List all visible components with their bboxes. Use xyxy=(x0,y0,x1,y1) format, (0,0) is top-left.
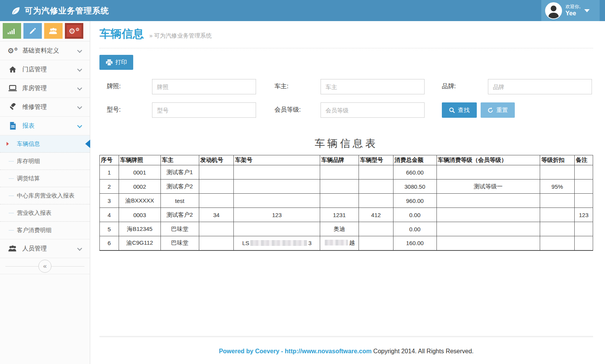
sidebar-collapse-row: « xyxy=(0,258,90,274)
print-button[interactable]: 打印 xyxy=(99,55,133,70)
search-button-label: 查找 xyxy=(458,107,469,114)
submenu-item-revenue-report[interactable]: 营业收入报表 xyxy=(0,204,90,222)
submenu-item-label: 客户消费明细 xyxy=(17,227,51,234)
submenu-item-stock-detail[interactable]: 库存明细 xyxy=(0,153,90,170)
pencil-icon xyxy=(29,27,36,35)
report-table: 序号车辆牌照车主发动机号车架号车辆品牌车辆型号消费总金额车辆消费等级（会员等级）… xyxy=(99,155,593,251)
table-cell: 412 xyxy=(359,208,393,222)
member-level-label: 会员等级: xyxy=(274,102,321,118)
laptop-icon xyxy=(8,85,18,92)
app-brand: 可为汽修业务管理系统 xyxy=(0,5,109,16)
chevron-down-icon xyxy=(77,104,82,109)
users-icon xyxy=(49,28,58,35)
submenu-item-transfer-settlement[interactable]: 调货结算 xyxy=(0,170,90,187)
table-cell xyxy=(540,194,575,208)
column-header: 发动机号 xyxy=(199,155,234,165)
submenu-item-customer-consumption[interactable]: 客户消费明细 xyxy=(0,222,90,239)
table-cell: 123 xyxy=(574,208,593,222)
filter-model: 型号: xyxy=(107,102,256,118)
column-header: 车主 xyxy=(160,155,199,165)
sidebar-item-label: 门店管理 xyxy=(22,66,47,74)
sidebar-item-repairs[interactable]: 维修管理 xyxy=(0,98,90,117)
filter-row: 牌照: 车主: 品牌: xyxy=(107,79,593,94)
table-row: 6渝C9G112巴味堂LS3越160.00 xyxy=(100,236,593,250)
table-cell: LS3 xyxy=(234,236,320,250)
table-cell xyxy=(199,165,234,180)
column-header: 车辆消费等级（会员等级） xyxy=(436,155,540,165)
submenu-item-central-warehouse-revenue[interactable]: 中心库房营业收入报表 xyxy=(0,187,90,204)
sidebar-item-label: 报表 xyxy=(22,122,35,130)
table-cell: 2 xyxy=(100,180,119,194)
collapse-icon: « xyxy=(43,262,46,270)
quick-edit-button[interactable] xyxy=(23,23,42,39)
active-item-flag-icon xyxy=(85,140,90,148)
sidebar-item-label: 维修管理 xyxy=(22,103,47,111)
filter-actions: 查找 重置 xyxy=(442,102,515,118)
table-cell xyxy=(320,165,359,180)
sidebar-item-stores[interactable]: 门店管理 xyxy=(0,60,90,79)
chevron-down-icon xyxy=(77,123,82,128)
table-cell xyxy=(199,222,234,236)
reset-button[interactable]: 重置 xyxy=(481,102,515,118)
chevron-down-icon xyxy=(77,86,82,91)
brand-input[interactable] xyxy=(488,79,592,94)
reset-button-label: 重置 xyxy=(496,107,508,114)
top-navbar: 可为汽修业务管理系统 欢迎你, Yee xyxy=(0,0,605,21)
table-cell: 123 xyxy=(234,208,320,222)
table-row: 40003测试客户23412312314120.00123 xyxy=(100,208,593,222)
avatar xyxy=(545,2,562,19)
table-row: 10001测试客户1660.00 xyxy=(100,165,593,180)
table-header-row: 序号车辆牌照车主发动机号车架号车辆品牌车辆型号消费总金额车辆消费等级（会员等级）… xyxy=(100,155,593,165)
table-cell: 越 xyxy=(320,236,359,250)
users-icon xyxy=(8,245,18,252)
table-cell xyxy=(540,236,575,250)
sidebar-item-warehouse[interactable]: 库房管理 xyxy=(0,79,90,98)
filter-member-level: 会员等级: xyxy=(274,102,425,118)
model-input[interactable] xyxy=(152,102,256,118)
table-cell: 测试等级一 xyxy=(436,180,540,194)
table-cell xyxy=(199,194,234,208)
page-title: 车辆信息 xyxy=(99,26,144,42)
table-cell: 660.00 xyxy=(393,165,436,180)
sidebar: ⚙⚙ ⚙⚙ 基础资料定义 门店管理 库房管理 xyxy=(0,21,90,364)
table-cell xyxy=(574,180,593,194)
welcome-label: 欢迎你, xyxy=(565,4,580,10)
table-cell xyxy=(359,165,393,180)
table-cell: test xyxy=(160,194,199,208)
submenu-item-vehicle-info[interactable]: 车辆信息 xyxy=(0,135,90,153)
table-cell: 6 xyxy=(100,236,119,250)
printer-icon xyxy=(106,59,112,66)
table-cell: 0.00 xyxy=(393,222,436,236)
table-cell: 3080.50 xyxy=(393,180,436,194)
table-cell xyxy=(436,222,540,236)
gavel-icon xyxy=(8,103,18,111)
quick-users-button[interactable] xyxy=(44,23,63,39)
sidebar-item-personnel[interactable]: 人员管理 xyxy=(0,239,90,258)
search-button[interactable]: 查找 xyxy=(442,102,477,118)
powered-by-link[interactable]: Powered by Coevery - http://www.novasoft… xyxy=(219,348,372,354)
caret-down-icon xyxy=(584,9,590,12)
member-level-input[interactable] xyxy=(321,102,425,118)
owner-input[interactable] xyxy=(321,79,425,94)
quick-settings-button[interactable]: ⚙⚙ xyxy=(65,23,83,39)
user-menu[interactable]: 欢迎你, Yee xyxy=(541,0,600,21)
sidebar-item-reports[interactable]: 报表 xyxy=(0,117,90,135)
main-content: 车辆信息 » 可为汽修业务管理系统 打印 牌照: 车主: xyxy=(91,21,605,364)
table-cell: 测试客户2 xyxy=(160,180,199,194)
app-title: 可为汽修业务管理系统 xyxy=(25,5,109,16)
sidebar-item-base-data[interactable]: ⚙⚙ 基础资料定义 xyxy=(0,41,90,60)
filter-owner: 车主: xyxy=(274,79,425,94)
collapse-sidebar-button[interactable]: « xyxy=(38,260,51,273)
quick-stats-button[interactable] xyxy=(3,23,21,39)
table-cell: 1231 xyxy=(320,208,359,222)
plate-input[interactable] xyxy=(152,79,256,94)
sidebar-item-label: 库房管理 xyxy=(22,84,47,92)
table-cell: 4 xyxy=(100,208,119,222)
table-cell xyxy=(320,194,359,208)
gears-icon: ⚙⚙ xyxy=(69,27,80,35)
table-cell xyxy=(436,194,540,208)
table-row: 3渝BXXXXXtest960.00 xyxy=(100,194,593,208)
submenu-item-label: 库存明细 xyxy=(17,158,40,165)
column-header: 车辆型号 xyxy=(359,155,393,165)
page-footer: Powered by Coevery - http://www.novasoft… xyxy=(99,336,593,364)
